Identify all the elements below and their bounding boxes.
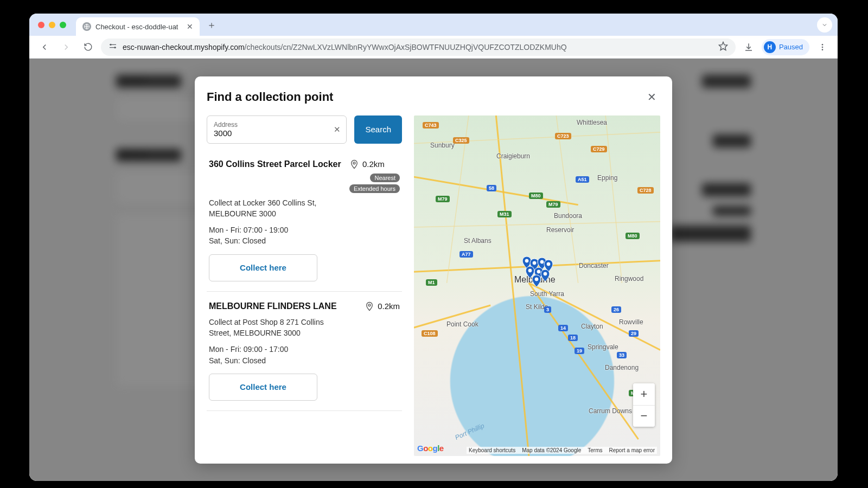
map-label: Epping bbox=[597, 174, 617, 182]
map-shield: 33 bbox=[617, 352, 627, 358]
result-item: MELBOURNE FLINDERS LANE 0.2km Collect at… bbox=[207, 292, 402, 411]
browser-menu-button[interactable] bbox=[814, 38, 831, 56]
modal-title: Find a collection point bbox=[207, 90, 333, 104]
map-label: Dandenong bbox=[605, 364, 639, 371]
window-minimize-button[interactable] bbox=[49, 22, 55, 28]
map-shield: M79 bbox=[546, 201, 560, 208]
map-shield: M31 bbox=[497, 211, 512, 217]
map-pin-icon bbox=[532, 275, 541, 287]
map-label: Sunbury bbox=[430, 142, 455, 149]
profile-chip[interactable]: H Paused bbox=[762, 39, 809, 55]
svg-point-26 bbox=[547, 262, 550, 266]
svg-point-7 bbox=[822, 44, 824, 46]
map-label: Rowville bbox=[619, 318, 643, 326]
profile-avatar: H bbox=[764, 41, 776, 53]
map-attribution: Map data ©2024 Google bbox=[522, 447, 581, 453]
map-label: Clayton bbox=[581, 323, 603, 330]
map-label: Point Cook bbox=[446, 320, 478, 328]
collect-here-button[interactable]: Collect here bbox=[209, 374, 317, 401]
results-list[interactable]: 360 Collins Street Parcel Locker 0.2km N… bbox=[207, 149, 402, 456]
map-zoom-controls: + − bbox=[633, 383, 655, 427]
back-button[interactable] bbox=[36, 38, 53, 56]
browser-tab[interactable]: Checkout - esc-doddle-uat ✕ bbox=[76, 17, 200, 36]
svg-point-25 bbox=[540, 260, 544, 264]
map-label: Reservoir bbox=[546, 226, 574, 234]
map-label: St Albans bbox=[464, 237, 492, 245]
bookmark-icon[interactable] bbox=[718, 41, 728, 53]
location-pin-icon bbox=[365, 300, 374, 312]
address-input-value: 3000 bbox=[214, 129, 340, 138]
result-name: MELBOURNE FLINDERS LANE bbox=[209, 300, 359, 312]
map-shield: C108 bbox=[422, 330, 438, 337]
map-report-link[interactable]: Report a map error bbox=[609, 447, 655, 453]
map-shield: C325 bbox=[453, 137, 469, 144]
location-pin-icon bbox=[349, 158, 359, 170]
svg-point-24 bbox=[533, 261, 536, 265]
map-keyboard-shortcuts-link[interactable]: Keyboard shortcuts bbox=[469, 447, 515, 453]
site-settings-icon[interactable] bbox=[108, 42, 117, 52]
svg-point-9 bbox=[822, 49, 824, 50]
tabs-dropdown-button[interactable] bbox=[817, 17, 832, 33]
tab-title: Checkout - esc-doddle-uat bbox=[95, 23, 178, 31]
svg-line-20 bbox=[605, 115, 622, 283]
result-tag: Nearest bbox=[370, 174, 400, 182]
address-input-wrapper[interactable]: Address 3000 ✕ bbox=[207, 115, 347, 144]
map[interactable]: Whittlesea Bundoora Reservoir Epping Cra… bbox=[414, 115, 660, 456]
result-address: Collect at Post Shop 8 271 Collins Stree… bbox=[209, 317, 334, 339]
tab-favicon bbox=[82, 22, 91, 31]
map-label: Craigieburn bbox=[496, 152, 530, 160]
search-button[interactable]: Search bbox=[354, 115, 402, 144]
map-label: Bundoora bbox=[554, 212, 582, 220]
results-panel: Address 3000 ✕ Search 360 Collins Street… bbox=[207, 115, 402, 456]
map-zoom-in-button[interactable]: + bbox=[633, 383, 655, 405]
tab-strip: Checkout - esc-doddle-uat ✕ ＋ bbox=[29, 14, 838, 36]
window-controls bbox=[38, 22, 66, 28]
svg-point-8 bbox=[822, 46, 824, 48]
svg-point-30 bbox=[535, 278, 538, 281]
map-shield: M79 bbox=[436, 196, 450, 202]
map-shield: C723 bbox=[555, 133, 571, 139]
address-clear-button[interactable]: ✕ bbox=[334, 125, 341, 134]
new-tab-button[interactable]: ＋ bbox=[204, 17, 219, 33]
browser-window: Checkout - esc-doddle-uat ✕ ＋ esc-nuwan-… bbox=[29, 14, 838, 481]
window-zoom-button[interactable] bbox=[60, 22, 66, 28]
result-tag: Extended hours bbox=[349, 184, 400, 193]
map-label: Ringwood bbox=[615, 275, 643, 282]
svg-point-28 bbox=[537, 270, 540, 273]
reload-button[interactable] bbox=[79, 38, 97, 56]
map-label: Doncaster bbox=[579, 262, 609, 269]
map-pin-icon bbox=[541, 269, 550, 281]
address-input-label: Address bbox=[214, 121, 340, 129]
svg-point-10 bbox=[353, 162, 355, 164]
result-distance: 0.2km bbox=[349, 158, 400, 170]
map-shield: 19 bbox=[575, 348, 584, 354]
map-label: Springvale bbox=[588, 343, 618, 351]
page-viewport: Contact Delivery Find a collection p bbox=[29, 59, 838, 481]
svg-point-23 bbox=[525, 259, 528, 262]
map-shield: 18 bbox=[568, 335, 578, 341]
downloads-button[interactable] bbox=[740, 38, 757, 56]
window-close-button[interactable] bbox=[38, 22, 44, 28]
result-name: 360 Collins Street Parcel Locker bbox=[209, 158, 344, 193]
map-shield: 3 bbox=[544, 306, 551, 313]
forward-button[interactable] bbox=[58, 38, 75, 56]
address-bar[interactable]: esc-nuwan-checkout.myshopify.com/checkou… bbox=[101, 38, 736, 56]
tab-close-button[interactable]: ✕ bbox=[187, 22, 193, 31]
map-shield: A77 bbox=[459, 251, 473, 258]
result-hours: Mon - Fri: 09:00 - 17:00 Sat, Sun: Close… bbox=[209, 344, 400, 366]
map-shield: C729 bbox=[591, 146, 607, 152]
map-terms-link[interactable]: Terms bbox=[588, 447, 602, 453]
google-logo: Google bbox=[417, 444, 444, 453]
svg-point-29 bbox=[544, 272, 547, 275]
map-zoom-out-button[interactable]: − bbox=[633, 405, 655, 427]
browser-toolbar: esc-nuwan-checkout.myshopify.com/checkou… bbox=[29, 36, 838, 59]
map-shield: M1 bbox=[426, 279, 437, 286]
map-shield: C728 bbox=[637, 187, 654, 194]
modal-close-button[interactable]: ✕ bbox=[643, 88, 660, 106]
map-shield: M80 bbox=[529, 192, 543, 199]
map-shield: 29 bbox=[629, 330, 639, 337]
map-label: Carrum Downs bbox=[589, 407, 632, 415]
map-label: Whittlesea bbox=[577, 119, 607, 126]
collect-here-button[interactable]: Collect here bbox=[209, 254, 317, 281]
map-shield: C743 bbox=[423, 122, 439, 129]
